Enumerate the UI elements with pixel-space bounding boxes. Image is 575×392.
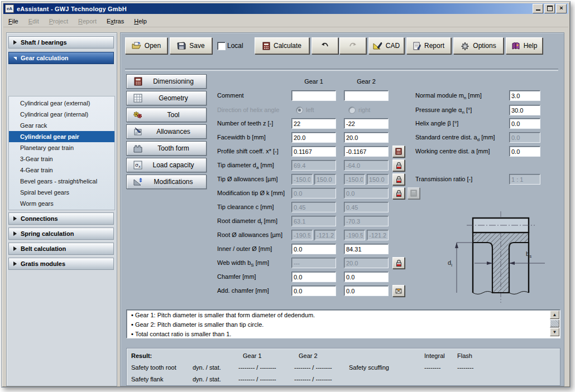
safety-flank-gear1: -------- / -------- [238,376,276,383]
help-button[interactable]: Help [506,37,543,54]
profile-shift-gear1-input[interactable] [291,146,336,157]
scrollbar-thumb[interactable] [550,320,559,327]
comment-gear1-input[interactable] [291,90,336,101]
sidebar-item-bevel-gears[interactable]: Bevel gears - straight/helical [9,176,114,187]
gear2-column-header: Gear 2 [344,78,389,85]
add-chamfer-gear2-input[interactable] [344,285,389,296]
helix-right-label: right [358,107,370,113]
sidebar-item-3-gear-train[interactable]: 3-Gear train [9,153,114,164]
menu-extras[interactable]: Extras [102,16,129,26]
maximize-button[interactable] [544,4,555,13]
profile-shift-label: Profile shift coeff. x* [-] [217,146,279,157]
tip-allowances-label: Tip Ø allowances [µm] [217,174,278,185]
sidebar-section-gratis-modules[interactable]: Gratis modules [8,258,114,270]
close-button[interactable]: × [556,4,567,13]
chevron-right-icon [13,231,17,236]
menu-help[interactable]: Help [129,16,152,26]
sidebar-item-cylindrical-gear-internal[interactable]: Cylindrical gear (internal) [9,109,114,120]
transmission-ratio-label: Transmission ratio [-] [415,174,472,185]
add-chamfer-gear1-input[interactable] [291,285,336,296]
sidebar-section-shaft-bearings[interactable]: Shaft / bearings [8,36,114,49]
local-checkbox[interactable] [217,42,226,50]
sidebar-section-belt-calculation[interactable]: Belt calculation [8,243,114,255]
inner-outer-gear2-input[interactable] [344,244,389,254]
working-centre-dist-label: Working centre dist. a [mm] [415,146,490,157]
tip-diameter-gear2-field [344,160,389,171]
geometry-button[interactable]: Geometry [126,91,207,105]
main-panel: Open Save Local Calculate CAD [120,32,564,386]
safety-tooth-root-gear2: -------- / -------- [294,364,332,371]
modifications-button[interactable]: Modifications [126,175,207,189]
chamfer-gear1-input[interactable] [291,272,336,282]
safety-tooth-root-mode: dyn. / stat. [193,364,221,371]
save-button[interactable]: Save [170,37,212,54]
allowances-button[interactable]: Allowances [126,124,207,139]
options-button[interactable]: Options [453,37,504,54]
calculator-icon [395,148,402,155]
safety-flank-mode: dyn. / stat. [193,376,221,383]
sidebar-item-gear-rack[interactable]: Gear rack [9,120,114,131]
safety-scuffing-integral: -------- [424,364,440,371]
sidebar-item-4-gear-train[interactable]: 4-Gear train [9,164,114,176]
tip-allowances-lock-button[interactable] [392,173,405,185]
facewidth-gear2-input[interactable] [344,132,389,143]
standard-centre-dist-label: Standard centre dist. ad [mm] [415,132,495,143]
open-button[interactable]: Open [125,37,167,54]
normal-module-input[interactable] [509,90,540,101]
tip-allowances-gear2-upper-field [344,174,365,185]
sidebar-item-planetary-gear-train[interactable]: Planetary gear train [9,142,114,153]
sidebar-gear-items: Cylindrical gear (external) Cylindrical … [8,96,115,210]
tip-allowances-gear1-upper-field [291,174,313,185]
add-chamfer-option-button[interactable] [392,285,405,297]
screen: eA eAssistant - GWJ Technology GmbH × Fi… [0,0,575,392]
web-width-gear2-field [344,258,389,268]
tip-clearance-gear2-field [344,202,389,212]
sidebar-item-cylindrical-gear-pair[interactable]: Cylindrical gear pair [9,131,114,142]
pressure-angle-label: Pressure angle αn [°] [415,105,472,115]
modification-tip-lock-button[interactable] [392,187,405,199]
calculate-button[interactable]: Calculate [255,37,309,54]
tip-diameter-lock-button[interactable] [392,159,405,171]
dimensioning-button[interactable]: Dimensioning [126,74,207,89]
pressure-angle-input[interactable] [509,105,540,115]
message-item: Gear 1: Pitch diameter is smaller that f… [131,311,557,320]
chamfer-gear2-input[interactable] [344,272,389,282]
teeth-gear2-input[interactable] [344,118,389,129]
profile-shift-calculator-button[interactable] [392,146,405,157]
inner-outer-gear1-input[interactable] [291,244,336,254]
tip-clearance-gear1-field [291,202,336,212]
comment-label: Comment [217,90,244,101]
scroll-up-button[interactable]: ▲ [550,311,559,319]
local-checkbox-label: Local [227,42,243,50]
helix-angle-input[interactable] [509,118,540,129]
modifications-icon [132,176,144,187]
tool-button[interactable]: Tool [126,108,207,122]
sidebar-section-gear-calculation[interactable]: Gear calculation [8,52,114,64]
undo-button[interactable] [312,37,338,54]
comment-gear2-input[interactable] [344,90,389,101]
report-button[interactable]: Report [406,37,451,54]
sidebar-section-connections[interactable]: Connections [8,212,114,225]
tip-allowances-gear1-lower-field [314,174,336,185]
minimize-button[interactable] [533,4,543,13]
sidebar-item-cylindrical-gear-external[interactable]: Cylindrical gear (external) [9,98,114,109]
standard-centre-dist-field [509,132,540,143]
facewidth-gear1-input[interactable] [291,132,336,143]
window-title: eAssistant - GWJ Technology GmbH [17,6,127,12]
working-centre-dist-input[interactable] [509,146,540,157]
tooth-form-button[interactable]: Tooth form [126,141,207,156]
web-width-lock-button[interactable] [392,257,405,269]
sidebar-item-spiral-bevel-gears[interactable]: Spiral bevel gears [9,187,114,198]
sidebar-item-worm-gears[interactable]: Worm gears [9,198,114,209]
profile-shift-gear2-input[interactable] [344,146,389,157]
cad-button[interactable]: CAD [368,37,404,54]
modification-tip-label: Modification tip Ø k [mm] [217,188,285,199]
teeth-gear1-input[interactable] [291,118,336,129]
scroll-down-button[interactable]: ▼ [550,328,559,336]
minimize-icon [536,4,540,11]
save-floppy-icon [177,42,186,50]
load-capacity-button[interactable]: σx Load capacity [126,158,207,172]
menu-file[interactable]: File [3,16,23,26]
messages-scrollbar[interactable]: ▲ ▼ [550,311,559,336]
sidebar-section-spring-calculation[interactable]: Spring calculation [8,228,114,240]
